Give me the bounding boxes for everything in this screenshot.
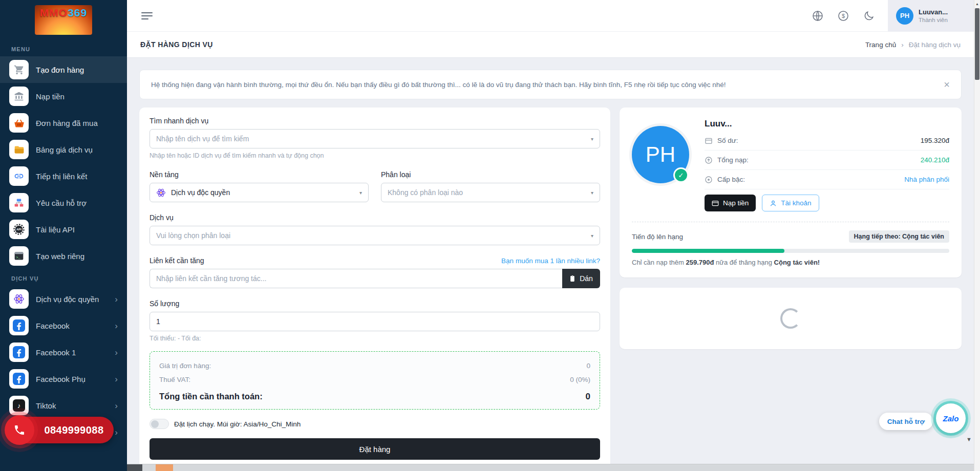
facebook-icon [9,369,29,389]
close-icon[interactable]: × [944,79,950,90]
currency-icon[interactable]: $ [837,9,850,23]
sidebar-item-label: Facebook 1 [36,348,76,357]
sidebar-item-purchased-orders[interactable]: Đơn hàng đã mua [0,110,127,136]
place-order-button[interactable]: Đặt hàng [150,438,600,460]
scrollbar-up-arrow-icon[interactable]: ▲ [974,0,980,7]
breadcrumb-home-link[interactable]: Trang chủ [865,41,896,49]
account-avatar: PH ✓ [632,126,689,183]
atom-icon [9,289,29,309]
hamburger-menu-button[interactable] [141,12,153,19]
paste-button-label: Dán [580,274,593,283]
breadcrumb-separator: › [901,41,904,49]
sidebar-item-label: Facebook Phụ [36,375,86,383]
wallet-icon [705,137,713,145]
chat-support-button[interactable]: Chat hỗ trợ [879,413,933,430]
account-card: PH ✓ Luuv... Số dư: 195.320đ [620,108,962,277]
sidebar-item-exclusive-services[interactable]: Dịch vụ độc quyền › [0,286,127,312]
chevron-right-icon: › [115,322,118,330]
account-button[interactable]: Tài khoản [762,195,819,211]
rank-progress-label: Tiến độ lên hạng [632,233,683,241]
quick-search-helper: Nhập tên hoặc ID dịch vụ để tìm kiếm nha… [150,152,600,159]
sidebar-item-label: Facebook [36,322,70,330]
category-select[interactable]: Không có phân loại nào ▾ [381,183,600,202]
topup-button[interactable]: Nạp tiền [705,195,756,211]
sidebar-item-label: Bảng giá dịch vụ [36,145,93,154]
horizontal-scrollbar[interactable] [127,464,974,471]
sidebar-item-api-docs[interactable]: API Tài liệu API [0,216,127,243]
schedule-toggle[interactable] [150,419,169,429]
category-label: Phân loại [381,170,600,179]
balance-label: Số dư: [717,137,738,144]
sidebar-item-label: Tiếp thị liên kết [36,172,87,181]
platform-select[interactable]: Dịch vụ độc quyền ▾ [150,183,369,202]
dark-mode-moon-icon[interactable] [862,9,876,23]
chevron-right-icon: › [115,428,118,437]
schedule-row: Đặt lịch chạy. Múi giờ: Asia/Ho_Chi_Minh [150,419,600,429]
svg-text:>_: >_ [16,255,20,260]
sidebar-item-affiliate[interactable]: Tiếp thị liên kết [0,163,127,189]
avatar: PH [896,7,913,25]
quick-search-placeholder: Nhập tên dịch vụ để tìm kiếm [156,135,249,143]
basket-icon [9,113,29,133]
chevron-right-icon: › [115,348,118,357]
facebook-icon [9,316,29,335]
logo-part-mmo: MMO [40,7,68,18]
quick-search-label: Tìm nhanh dịch vụ [150,117,600,125]
paste-button[interactable]: Dán [562,269,600,288]
user-menu-chip[interactable]: PH Luuvan... Thành viên [888,0,974,32]
tiktok-icon: ♪ [9,396,29,415]
service-select[interactable]: Vui lòng chọn phân loại ▾ [150,226,600,245]
chevron-right-icon: › [115,375,118,383]
link-label: Liên kết cần tăng [150,256,204,265]
sidebar-item-label: Nạp tiền [36,92,65,101]
scroll-down-chevron-icon[interactable]: ▼ [966,436,972,442]
link-input[interactable] [150,269,562,288]
breadcrumb: Trang chủ › Đặt hàng dịch vụ [865,41,961,49]
sidebar-item-facebook-phu[interactable]: Facebook Phụ › [0,366,127,392]
sidebar-item-label: Tạo đơn hàng [36,66,84,74]
svg-text:$: $ [842,13,845,19]
sidebar-item-label: Dịch vụ độc quyền [36,295,99,304]
logo-text: MMO369 [40,7,87,35]
sidebar-item-label: Yêu cầu hỗ trợ [36,199,87,207]
vertical-scrollbar[interactable]: ▲ [974,0,980,471]
sidebar-item-create-order[interactable]: Tạo đơn hàng [0,56,127,83]
vertical-scrollbar-thumb[interactable] [975,8,979,80]
rank-value[interactable]: Nhà phân phối [904,176,949,183]
platform-group: Nền tảng Dịch vụ độc quyền ▾ [150,170,369,202]
rank-target-icon [705,176,713,184]
service-value: Vui lòng chọn phân loại [156,231,230,240]
sidebar-item-price-list[interactable]: Bảng giá dịch vụ [0,136,127,163]
sidebar-item-facebook[interactable]: Facebook › [0,312,127,339]
zalo-logo: Zalo [943,414,959,423]
sidebar-item-support[interactable]: Yêu cầu hỗ trợ [0,189,127,216]
horizontal-scrollbar-marker [156,464,173,471]
quantity-label: Số lượng [150,299,600,308]
zalo-button[interactable]: Zalo [936,403,966,433]
language-globe-icon[interactable] [811,9,824,23]
menu-section-label: MENU [0,46,127,52]
link-group: Liên kết cần tăng Bạn muốn mua 1 lần nhi… [150,256,600,288]
note-amount: 259.790đ [686,259,714,266]
quantity-input[interactable] [150,312,600,331]
hotline-phone-button[interactable]: 0849999088 [6,417,114,443]
sidebar-item-label: Tài liệu API [36,225,75,234]
sidebar: MMO369 MENU Tạo đơn hàng Nạp tiền Đơn hà… [0,0,127,471]
system-status-alert: Hệ thống hiện đang vận hành bình thường,… [139,70,962,99]
folder-icon [9,140,29,159]
app-window: MMO369 MENU Tạo đơn hàng Nạp tiền Đơn hà… [0,0,980,471]
sidebar-item-facebook-1[interactable]: Facebook 1 › [0,339,127,366]
topbar: $ PH Luuvan... Thành viên [127,0,980,32]
horizontal-scrollbar-thumb[interactable] [127,464,142,471]
facebook-icon [9,342,29,362]
order-value-label: Giá trị đơn hàng: [159,362,211,370]
quick-search-select[interactable]: Nhập tên dịch vụ để tìm kiếm ▾ [150,129,600,148]
sidebar-item-create-website[interactable]: >_ Tạo web riêng [0,243,127,269]
logo[interactable]: MMO369 [0,0,127,40]
sidebar-item-deposit[interactable]: Nạp tiền [0,83,127,110]
quantity-group: Số lượng Tối thiểu: - Tối đa: [150,299,600,342]
vat-value: 0 (0%) [570,376,590,383]
multi-link-link[interactable]: Bạn muốn mua 1 lần nhiều link? [501,257,600,265]
schedule-label: Đặt lịch chạy. Múi giờ: Asia/Ho_Chi_Minh [174,420,301,428]
rank-label: Cấp bậc: [717,176,745,183]
